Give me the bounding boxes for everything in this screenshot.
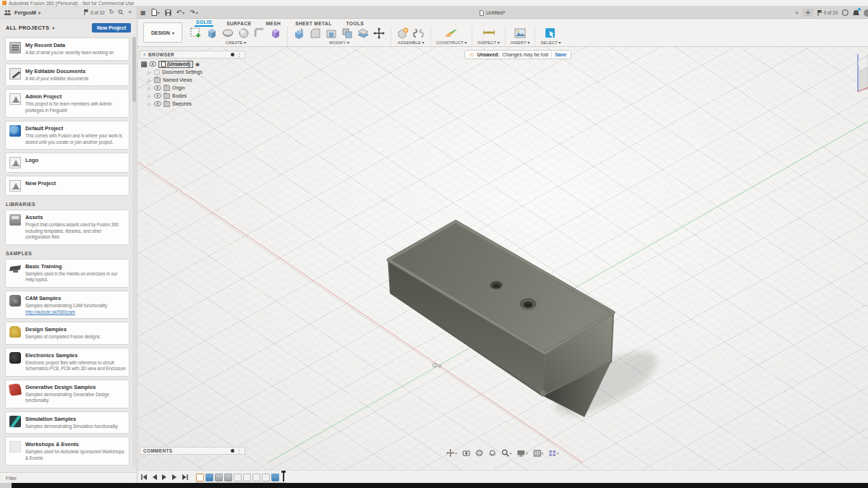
browser-tree-row[interactable]: ▷ Bodies: [141, 92, 245, 100]
create-group-label[interactable]: CREATE ▾: [226, 40, 247, 46]
look-at-icon[interactable]: [462, 450, 470, 456]
shell-icon[interactable]: [224, 474, 232, 481]
sweep-icon[interactable]: [237, 27, 250, 40]
project-card[interactable]: Assets Project that contains assets used…: [5, 210, 129, 245]
close-tab-icon[interactable]: ×: [795, 9, 799, 16]
combine-icon[interactable]: [341, 27, 354, 40]
project-card[interactable]: Generative Design Samples Samples demons…: [5, 380, 129, 408]
expand-arrow-icon[interactable]: ▷: [148, 94, 152, 98]
panel-menu-icon[interactable]: ⋮: [237, 52, 242, 58]
fillet-icon[interactable]: [309, 27, 322, 40]
workspace-tab[interactable]: TOOLS: [345, 21, 366, 27]
expand-arrow-icon[interactable]: ▷: [148, 78, 152, 82]
zoom-icon[interactable]: ▾: [501, 449, 512, 457]
workspace-tab[interactable]: MESH: [264, 21, 282, 27]
modify-group-label[interactable]: MODIFY ▾: [329, 40, 349, 46]
save-icon[interactable]: [165, 9, 171, 16]
team-switcher[interactable]: FergusM ▾: [14, 9, 41, 16]
undo-button[interactable]: ↶▾: [176, 9, 185, 16]
shell-icon[interactable]: [325, 27, 338, 40]
timeline-skip-start-icon[interactable]: [140, 474, 148, 481]
app-launcher-icon[interactable]: ▦: [140, 9, 146, 16]
close-data-panel-icon[interactable]: ×: [127, 9, 133, 15]
project-card[interactable]: Design Samples Samples of completed Fusi…: [5, 322, 129, 345]
sketch-icon[interactable]: [196, 474, 204, 481]
move-icon[interactable]: [373, 27, 386, 40]
project-card[interactable]: Admin Project This project is for team m…: [5, 89, 129, 118]
project-card[interactable]: Workshops & Events Samples used for Auto…: [5, 437, 129, 466]
browser-tree-row[interactable]: ▷ Document Settings: [141, 68, 245, 76]
notifications-bell-icon[interactable]: [853, 9, 859, 17]
project-card[interactable]: Simulation Samples Samples demonstrating…: [5, 411, 129, 435]
inspect-group-label[interactable]: INSPECT ▾: [477, 40, 500, 46]
select-group-label[interactable]: SELECT ▾: [540, 40, 561, 46]
expand-arrow-icon[interactable]: ▷: [148, 86, 152, 90]
expand-arrow-icon[interactable]: ▷: [148, 102, 152, 106]
grid-settings-icon[interactable]: ▾: [533, 450, 544, 457]
measure-icon[interactable]: [482, 27, 496, 40]
browser-root-row[interactable]: (Unsaved) ◉: [141, 60, 245, 68]
project-card[interactable]: Default Project This comes with Fusion a…: [5, 121, 129, 150]
workspace-switcher[interactable]: DESIGN ▾: [143, 22, 182, 43]
press-pull-icon[interactable]: [293, 27, 306, 40]
eye-icon[interactable]: [154, 101, 161, 106]
new-component-icon[interactable]: [396, 27, 409, 40]
extrude-icon[interactable]: [271, 474, 279, 481]
all-projects-dropdown[interactable]: ALL PROJECTS ▾: [6, 25, 55, 31]
workspace-tab[interactable]: SHEET METAL: [294, 21, 333, 27]
timeline-playhead[interactable]: [283, 471, 284, 481]
workspace-tab[interactable]: SOLID: [195, 20, 213, 27]
viewports-icon[interactable]: ▾: [548, 450, 559, 457]
filter-bar[interactable]: Filter: [0, 472, 137, 483]
orbit-icon[interactable]: [475, 449, 483, 457]
project-card[interactable]: Basic Training Samples used in the Hands…: [5, 259, 129, 288]
new-project-button[interactable]: New Project: [92, 23, 131, 33]
eye-icon[interactable]: [154, 93, 161, 98]
timeline-step-back-icon[interactable]: [151, 474, 158, 481]
browser-tree-row[interactable]: ▷ Origin: [141, 84, 245, 92]
primitive-box-icon[interactable]: [269, 27, 282, 40]
project-card[interactable]: My Recent Data A list of what you've rec…: [5, 38, 129, 61]
extrude-icon[interactable]: [205, 474, 213, 481]
free-orbit-icon[interactable]: [488, 449, 496, 457]
shell-icon[interactable]: [215, 474, 223, 481]
save-button[interactable]: Save: [555, 52, 566, 57]
project-link[interactable]: http://autode.sk/f360cam: [25, 309, 107, 314]
refresh-icon[interactable]: ↻: [108, 9, 116, 15]
workspace-tab[interactable]: SURFACE: [225, 21, 252, 27]
activate-component-radio[interactable]: ◉: [195, 61, 200, 67]
pipe-icon[interactable]: [253, 27, 266, 40]
file-menu-button[interactable]: ▾: [151, 9, 160, 16]
joint-icon[interactable]: [412, 27, 425, 40]
new-tab-icon[interactable]: +: [803, 9, 813, 17]
construct-group-label[interactable]: CONSTRUCT ▾: [436, 40, 467, 46]
assemble-group-label[interactable]: ASSEMBLE ▾: [397, 40, 424, 46]
timeline-track[interactable]: [195, 471, 286, 483]
canvas-image-icon[interactable]: [514, 27, 527, 40]
fillet-icon[interactable]: [234, 474, 242, 481]
browser-tree-row[interactable]: ▷ Sketches: [141, 100, 245, 108]
fillet-icon[interactable]: [262, 474, 270, 481]
browser-tree-row[interactable]: ▷ Named Views: [141, 76, 245, 84]
comments-header[interactable]: COMMENTS ⋮: [140, 447, 245, 455]
project-card[interactable]: Electronics Samples Electronic project f…: [5, 348, 129, 377]
eye-icon[interactable]: [149, 61, 156, 67]
eye-icon[interactable]: [154, 85, 161, 90]
timeline-skip-end-icon[interactable]: [182, 474, 189, 481]
create-sketch-icon[interactable]: [190, 27, 203, 40]
job-status-icon[interactable]: [842, 9, 848, 16]
offset-face-icon[interactable]: [357, 27, 370, 40]
insert-group-label[interactable]: INSERT ▾: [511, 40, 529, 46]
select-icon[interactable]: [544, 27, 557, 40]
data-panel-scrollbar[interactable]: [132, 37, 136, 468]
display-settings-icon[interactable]: ▾: [516, 450, 528, 457]
browser-header[interactable]: « BROWSER ⋮: [140, 51, 245, 59]
expand-arrow-icon[interactable]: ▷: [148, 70, 152, 74]
project-card[interactable]: New Project: [5, 176, 129, 196]
redo-button[interactable]: ↷▾: [190, 9, 198, 16]
revolve-icon[interactable]: [221, 27, 234, 40]
project-card[interactable]: CAM Samples Samples demonstrating CAM fu…: [5, 291, 129, 320]
search-icon[interactable]: [118, 9, 124, 15]
timeline-play-icon[interactable]: [161, 474, 168, 481]
fillet-icon[interactable]: [243, 474, 251, 481]
